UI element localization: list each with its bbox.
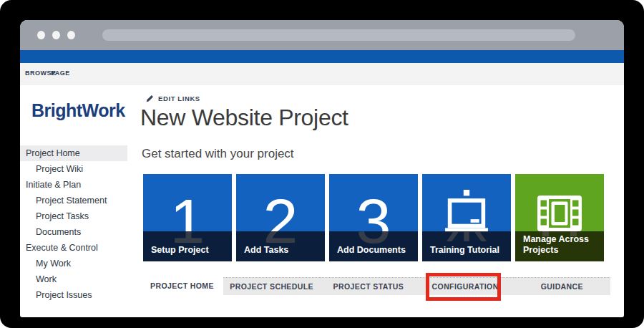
address-bar[interactable]	[102, 29, 575, 41]
sidebar-nav: Project Home Project Wiki Initiate & Pla…	[20, 145, 127, 303]
tab-project-status[interactable]: PROJECT STATUS	[320, 277, 416, 295]
tile-row: 1 Setup Project 2 Add Tasks 3 Add Docume…	[143, 174, 604, 261]
tile-label: Add Tasks	[244, 245, 288, 256]
pencil-icon	[146, 95, 154, 102]
device-frame: BROWSE PAGE BrightWork Project Home Proj…	[0, 0, 644, 328]
tile-label: Training Tutorial	[430, 245, 499, 256]
tile-label: Add Documents	[337, 245, 406, 256]
sidebar-item-project-statement[interactable]: Project Statement	[20, 193, 127, 208]
tile-label: Setup Project	[151, 245, 209, 256]
page-title: New Website Project	[140, 105, 348, 131]
sidebar-item-documents[interactable]: Documents	[20, 224, 127, 240]
brightwork-logo: BrightWork	[31, 100, 125, 121]
sidebar-item-initiate-plan[interactable]: Initiate & Plan	[20, 177, 127, 193]
sidebar-item-project-issues[interactable]: Project Issues	[20, 287, 127, 303]
window-control-dot-icon[interactable]	[37, 31, 45, 39]
filmstrip-icon	[537, 196, 582, 236]
tile-label: Manage Across Projects	[523, 234, 598, 256]
tile-add-tasks[interactable]: 2 Add Tasks	[236, 174, 325, 261]
browser-chrome-bar	[20, 20, 624, 50]
tab-guidance[interactable]: GUIDANCE	[514, 277, 610, 295]
project-tab-bar: PROJECT HOME PROJECT SCHEDULE PROJECT ST…	[141, 277, 610, 295]
sidebar-item-project-tasks[interactable]: Project Tasks	[20, 208, 127, 224]
tile-manage-across-projects[interactable]: Manage Across Projects	[515, 174, 604, 261]
window-control-dot-icon[interactable]	[67, 31, 75, 39]
sidebar-item-project-wiki[interactable]: Project Wiki	[20, 161, 127, 177]
tab-configuration[interactable]: CONFIGURATION	[417, 277, 514, 295]
tab-project-schedule[interactable]: PROJECT SCHEDULE	[223, 277, 320, 295]
sidebar-item-project-home[interactable]: Project Home	[20, 145, 127, 161]
tile-setup-project[interactable]: 1 Setup Project	[143, 174, 232, 261]
tile-training-tutorial[interactable]: Training Tutorial	[422, 174, 511, 261]
sidebar-item-my-work[interactable]: My Work	[20, 256, 127, 271]
edit-links-label: EDIT LINKS	[158, 95, 200, 102]
tile-add-documents[interactable]: 3 Add Documents	[329, 174, 418, 261]
edit-links-button[interactable]: EDIT LINKS	[146, 95, 200, 102]
tab-project-home[interactable]: PROJECT HOME	[141, 277, 223, 295]
sidebar-item-work[interactable]: Work	[20, 271, 127, 287]
ribbon-tab-page[interactable]: PAGE	[51, 69, 70, 77]
page-subtitle: Get started with your project	[142, 147, 294, 161]
browser-window: BROWSE PAGE BrightWork Project Home Proj…	[20, 20, 624, 317]
ribbon-bar: BROWSE PAGE	[20, 63, 624, 85]
window-controls	[37, 31, 75, 39]
window-control-dot-icon[interactable]	[52, 31, 60, 39]
sidebar-item-execute-control[interactable]: Execute & Control	[20, 240, 127, 256]
suite-bar	[20, 50, 624, 63]
